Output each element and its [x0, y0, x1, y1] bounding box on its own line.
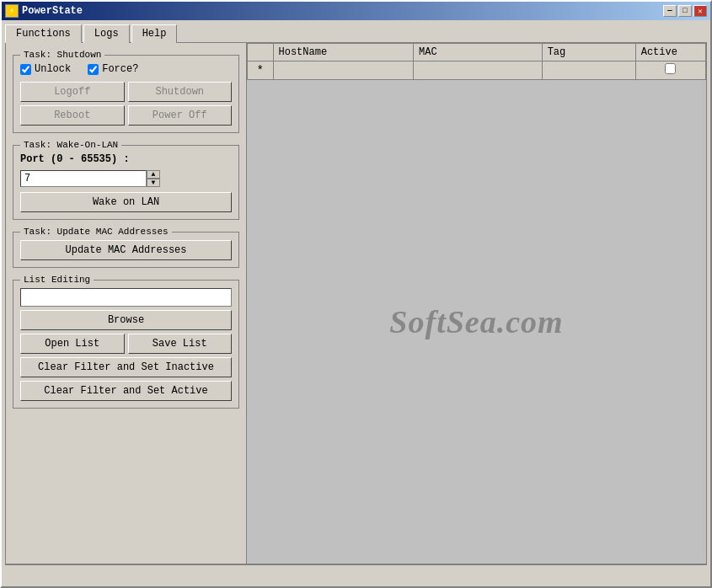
spinner-down-button[interactable]: ▼: [147, 179, 160, 187]
tag-cell[interactable]: [542, 61, 635, 80]
port-spinner: ▲ ▼: [20, 170, 232, 187]
logoff-button[interactable]: Logoff: [20, 82, 125, 102]
force-checkbox[interactable]: [88, 64, 99, 75]
app-icon: ⚡: [5, 4, 19, 18]
task-shutdown-group: Task: Shutdown Unlock Force? Logoff: [13, 50, 239, 133]
maximize-button[interactable]: □: [678, 5, 692, 17]
right-panel: HostName MAC Tag Active *: [246, 43, 706, 564]
left-panel: Task: Shutdown Unlock Force? Logoff: [6, 43, 246, 564]
list-editing-group: List Editing Browse Open List Save List …: [13, 275, 239, 409]
right-panel-content: SoftSea.com: [247, 80, 706, 564]
active-checkbox[interactable]: [665, 63, 676, 74]
status-bar: [5, 564, 707, 583]
data-table: HostName MAC Tag Active *: [247, 43, 706, 80]
save-list-button[interactable]: Save List: [128, 334, 233, 354]
port-input[interactable]: [20, 170, 147, 187]
shutdown-options-row: Unlock Force?: [20, 63, 232, 75]
row-indicator-cell: *: [248, 61, 274, 80]
unlock-label: Unlock: [35, 63, 71, 75]
col-hostname: HostName: [273, 44, 414, 61]
window-title: PowerState: [22, 5, 83, 17]
reboot-button[interactable]: Reboot: [20, 105, 125, 126]
mac-cell[interactable]: [414, 61, 543, 80]
browse-button[interactable]: Browse: [20, 310, 232, 330]
spinner-up-button[interactable]: ▲: [147, 170, 160, 179]
main-window: ⚡ PowerState — □ ✕ Functions Logs Help: [0, 0, 712, 588]
force-label: Force?: [102, 63, 138, 75]
task-shutdown-legend: Task: Shutdown: [20, 50, 104, 60]
update-mac-button[interactable]: Update MAC Addresses: [20, 240, 232, 260]
watermark: SoftSea.com: [247, 80, 706, 564]
main-area: Task: Shutdown Unlock Force? Logoff: [5, 42, 707, 564]
tab-bar: Functions Logs Help: [5, 24, 707, 42]
list-editing-legend: List Editing: [20, 275, 94, 285]
shutdown-button[interactable]: Shutdown: [128, 82, 233, 102]
unlock-checkbox[interactable]: [20, 64, 31, 75]
close-button[interactable]: ✕: [693, 5, 707, 17]
title-bar-buttons: — □ ✕: [663, 5, 707, 17]
col-tag: Tag: [542, 44, 635, 61]
window-content: Functions Logs Help Task: Shutdown Un: [2, 20, 710, 586]
hostname-cell[interactable]: [273, 61, 414, 80]
active-cell[interactable]: [635, 61, 705, 80]
minimize-button[interactable]: —: [663, 5, 677, 17]
table-row: *: [248, 61, 706, 80]
spinner-buttons: ▲ ▼: [147, 170, 160, 187]
shutdown-buttons: Logoff Shutdown Reboot Power Off: [20, 82, 232, 126]
unlock-checkbox-label[interactable]: Unlock: [20, 63, 71, 75]
force-checkbox-label[interactable]: Force?: [88, 63, 138, 75]
task-mac-legend: Task: Update MAC Addresses: [20, 227, 172, 237]
tab-logs[interactable]: Logs: [83, 24, 130, 43]
title-bar: ⚡ PowerState — □ ✕: [2, 2, 710, 20]
wake-on-lan-button[interactable]: Wake on LAN: [20, 192, 232, 212]
clear-inactive-button[interactable]: Clear Filter and Set Inactive: [20, 357, 232, 377]
task-mac-group: Task: Update MAC Addresses Update MAC Ad…: [13, 227, 239, 268]
tab-help[interactable]: Help: [131, 24, 178, 43]
task-wol-group: Task: Wake-On-LAN Port (0 - 65535) : ▲ ▼…: [13, 140, 239, 220]
clear-active-button[interactable]: Clear Filter and Set Active: [20, 381, 232, 401]
title-bar-left: ⚡ PowerState: [5, 4, 83, 18]
poweroff-button[interactable]: Power Off: [128, 105, 233, 126]
col-indicator: [248, 44, 274, 61]
port-label: Port (0 - 65535) :: [20, 153, 232, 165]
col-active: Active: [635, 44, 705, 61]
list-editing-input[interactable]: [20, 288, 232, 307]
col-mac: MAC: [414, 44, 543, 61]
open-list-button[interactable]: Open List: [20, 334, 125, 354]
open-save-row: Open List Save List: [20, 334, 232, 354]
tab-functions[interactable]: Functions: [5, 24, 82, 43]
task-wol-legend: Task: Wake-On-LAN: [20, 140, 121, 150]
